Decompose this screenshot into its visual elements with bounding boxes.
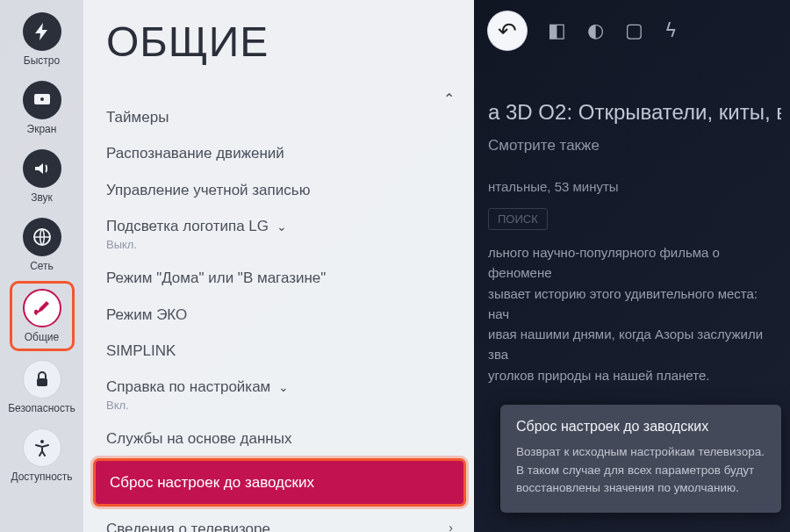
sidebar-item-display[interactable]: Экран — [6, 74, 78, 142]
svg-point-4 — [40, 440, 44, 443]
sidebar-item-label: Звук — [31, 191, 53, 204]
sound-icon — [23, 149, 61, 188]
item-value: Выкл. — [106, 238, 451, 252]
settings-item-home-store[interactable]: Режим "Дома" или "В магазине" — [83, 260, 474, 296]
content-title: а 3D O2: Открыватели, киты, вулк — [488, 100, 781, 125]
settings-item-data-services[interactable]: Службы на основе данных — [83, 421, 474, 457]
settings-item-motion[interactable]: Распознавание движений — [83, 135, 474, 171]
desc-line: ивая нашими днями, когда Азоры заслужили… — [488, 324, 781, 365]
item-label: Службы на основе данных — [106, 430, 291, 447]
help-body: Возврат к исходным настройкам телевизора… — [516, 443, 765, 497]
photo-icon[interactable]: ◧ — [548, 19, 566, 42]
display-icon — [23, 81, 61, 119]
help-title: Сброс настроек до заводских — [516, 419, 765, 435]
chevron-down-icon: ⌄ — [278, 380, 289, 394]
desc-line: льного научно-популярного фильма о феном… — [488, 242, 781, 284]
back-button[interactable]: ↶ — [488, 11, 527, 50]
content-tag: ПОИСК — [488, 208, 548, 230]
tools-icon — [23, 289, 61, 327]
help-tooltip: Сброс настроек до заводских Возврат к ис… — [500, 405, 781, 513]
sidebar-item-label: Сеть — [30, 260, 54, 272]
chevron-down-icon: ⌄ — [276, 219, 287, 234]
content-topbar: ↶ ◧ ◐ ▢ ϟ — [488, 7, 781, 54]
settings-sidebar: Быстро Экран Звук Сеть Общие — [0, 0, 83, 532]
sidebar-item-accessibility[interactable]: Доступность — [6, 421, 78, 490]
see-also-label: Смотрите также — [488, 137, 781, 155]
sidebar-item-label: Экран — [27, 123, 57, 135]
settings-item-help[interactable]: Справка по настройкам ⌄ Вкл. — [83, 369, 474, 421]
item-label: Подсветка логотипа LG — [106, 218, 269, 234]
item-label: Распознавание движений — [106, 145, 284, 162]
item-label: SIMPLINK — [106, 342, 176, 359]
accessibility-icon — [23, 428, 61, 467]
settings-item-logo-light[interactable]: Подсветка логотипа LG ⌄ Выкл. — [83, 208, 474, 260]
panel-title: ОБЩИЕ — [83, 0, 474, 92]
content-meta: нтальные, 53 минуты — [488, 179, 781, 194]
svg-rect-3 — [37, 378, 47, 386]
settings-item-simplink[interactable]: SIMPLINK — [83, 333, 474, 369]
browser-icon[interactable]: ◐ — [587, 19, 604, 42]
sidebar-item-security[interactable]: Безопасность — [6, 353, 78, 421]
settings-panel: ОБЩИЕ ⌃ Таймеры Распознавание движений У… — [83, 0, 474, 532]
settings-item-about-tv[interactable]: Сведения о телевизоре › — [83, 511, 474, 532]
sidebar-item-label: Доступность — [11, 471, 72, 483]
sidebar-item-quick[interactable]: Быстро — [6, 5, 78, 74]
chevron-right-icon: › — [449, 521, 453, 532]
settings-list: ⌃ Таймеры Распознавание движений Управле… — [83, 96, 474, 532]
sidebar-item-label: Быстро — [24, 54, 60, 67]
sidebar-item-label: Безопасность — [8, 402, 75, 414]
settings-item-factory-reset[interactable]: Сброс настроек до заводских — [96, 461, 463, 504]
sidebar-item-general[interactable]: Общие — [6, 279, 78, 353]
back-icon: ↶ — [498, 18, 517, 45]
item-label: Справка по настройкам — [106, 378, 270, 395]
content-description: льного научно-популярного фильма о феном… — [488, 242, 781, 385]
tv-icon[interactable]: ▢ — [625, 19, 643, 42]
bolt-icon — [23, 12, 61, 51]
tv-settings-screen: { "sidebar": { "items": [ { "label": "Бы… — [0, 0, 790, 532]
svg-point-1 — [40, 97, 44, 101]
settings-item-timers[interactable]: Таймеры — [83, 96, 474, 135]
sidebar-item-sound[interactable]: Звук — [6, 142, 78, 211]
desc-line: зывает историю этого удивительного места… — [488, 284, 781, 325]
theater-icon[interactable]: ϟ — [664, 19, 678, 42]
item-label: Сведения о телевизоре — [106, 521, 270, 532]
item-label: Таймеры — [106, 109, 169, 126]
settings-item-eco[interactable]: Режим ЭКО — [83, 297, 474, 333]
item-value: Вкл. — [106, 399, 451, 413]
item-label: Режим "Дома" или "В магазине" — [106, 270, 326, 286]
sidebar-item-label: Общие — [25, 331, 59, 343]
globe-icon — [23, 218, 61, 256]
lock-icon — [23, 360, 61, 399]
desc-line: уголков природы на нашей планете. — [488, 365, 781, 385]
settings-item-account[interactable]: Управление учетной записью — [83, 172, 474, 208]
item-label: Управление учетной записью — [106, 182, 310, 198]
sidebar-item-network[interactable]: Сеть — [6, 211, 78, 279]
item-label: Режим ЭКО — [106, 306, 187, 323]
item-label: Сброс настроек до заводских — [110, 474, 314, 491]
